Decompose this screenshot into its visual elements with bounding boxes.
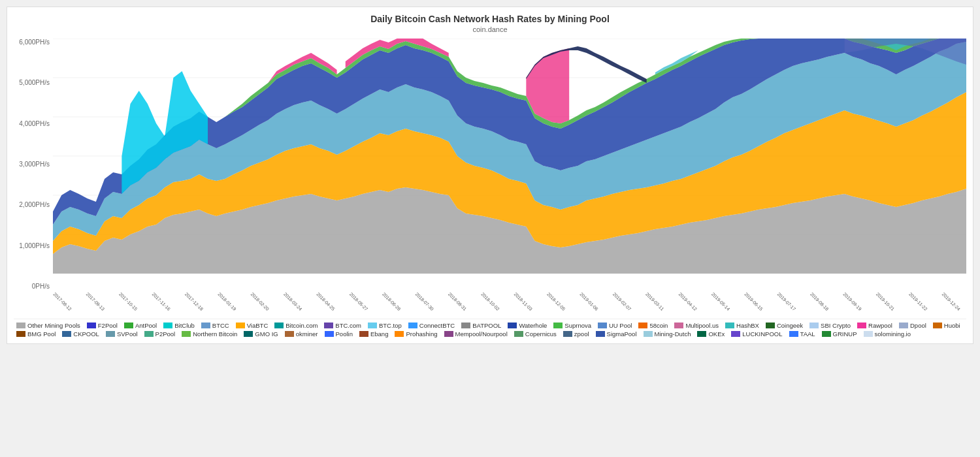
legend-label: Coingeek xyxy=(777,322,803,329)
x-axis-label: 2018-08-31 xyxy=(448,292,468,311)
y-axis-label: 6,000PH/s xyxy=(14,39,50,46)
legend-swatch xyxy=(596,331,605,337)
x-axis-label: 2019-02-07 xyxy=(612,292,632,311)
legend-swatch xyxy=(236,323,245,328)
legend-label: BMG Pool xyxy=(27,330,56,338)
legend-swatch xyxy=(809,323,819,328)
legend-item: SigmaPool xyxy=(596,330,637,338)
x-axis-label: 2017-11-16 xyxy=(151,292,171,311)
legend-swatch xyxy=(163,323,172,328)
x-axis-label: 2019-12-24 xyxy=(941,292,962,311)
legend-swatch xyxy=(563,331,572,337)
legend-swatch xyxy=(638,323,647,328)
main-chart-svg xyxy=(53,39,966,287)
legend-item: Multipool.us xyxy=(674,322,719,329)
legend-swatch xyxy=(444,331,453,337)
legend-item: GRINUP xyxy=(822,330,857,338)
x-axis-label: 2019-07-17 xyxy=(777,292,797,311)
chart-svg-wrapper xyxy=(53,39,966,287)
legend-label: 58coin xyxy=(649,322,668,329)
legend-item: Copernicus xyxy=(514,330,557,338)
legend-swatch xyxy=(725,323,734,328)
legend-swatch xyxy=(324,323,333,328)
legend-item: Prohashing xyxy=(395,330,437,338)
legend-item: SVPool xyxy=(106,330,138,338)
y-axis-label: 3,000PH/s xyxy=(14,161,50,168)
legend-swatch xyxy=(285,331,294,337)
legend-swatch xyxy=(822,331,831,337)
x-axis-svg: 2017-08-122017-09-132017-10-152017-11-16… xyxy=(53,287,966,316)
legend-item: 58coin xyxy=(638,322,668,329)
x-axis-label: 2017-10-15 xyxy=(118,292,139,311)
legend-item: ViaBTC xyxy=(236,322,269,329)
legend-label: BTCC xyxy=(212,322,229,329)
legend-label: F2Pool xyxy=(98,322,118,329)
legend-swatch xyxy=(244,331,253,337)
legend-swatch xyxy=(508,323,517,328)
legend-item: zpool xyxy=(563,330,589,338)
legend-swatch xyxy=(368,323,377,328)
x-axis-label: 2018-10-02 xyxy=(480,292,500,311)
legend-swatch xyxy=(644,331,653,337)
x-axis-label: 2019-09-19 xyxy=(842,292,862,311)
x-axis-label: 2019-10-21 xyxy=(875,292,896,311)
legend-label: Mempool/Nourpool xyxy=(455,330,508,338)
legend-item: AntPool xyxy=(124,322,157,329)
legend-label: ViaBTC xyxy=(247,322,269,329)
legend-label: Other Mining Pools xyxy=(27,322,80,329)
legend-item: Mempool/Nourpool xyxy=(444,330,508,338)
legend-label: GMO IG xyxy=(255,330,278,338)
legend-swatch xyxy=(16,323,25,328)
chart-title: Daily Bitcoin Cash Network Hash Rates by… xyxy=(14,14,966,24)
legend-label: Multipool.us xyxy=(685,322,719,329)
x-axis-label: 2019-11-22 xyxy=(908,292,928,311)
legend-item: UU Pool xyxy=(598,322,632,329)
chart-subtitle: coin.dance xyxy=(14,25,966,33)
x-axis-label: 2017-09-13 xyxy=(86,292,106,311)
legend-label: SigmaPool xyxy=(607,330,637,338)
x-axis-label: 2018-12-05 xyxy=(546,292,566,311)
legend-label: BTC.com xyxy=(335,322,361,329)
chart-area: 6,000PH/s5,000PH/s4,000PH/s3,000PH/s2,00… xyxy=(14,39,966,316)
x-axis-label: 2017-12-18 xyxy=(184,292,204,311)
legend-item: F2Pool xyxy=(87,322,118,329)
x-axis-label: 2017-08-12 xyxy=(53,292,73,311)
legend-item: Rawpool xyxy=(857,322,892,329)
x-axis-label: 2018-07-30 xyxy=(414,292,434,311)
legend-item: TAAL xyxy=(789,330,815,338)
legend-label: Rawpool xyxy=(868,322,892,329)
legend-swatch xyxy=(395,331,404,337)
legend-label: zpool xyxy=(574,330,589,338)
y-axis-label: 4,000PH/s xyxy=(14,120,50,127)
legend-item: BMG Pool xyxy=(16,330,56,338)
legend-label: GRINUP xyxy=(833,330,857,338)
legend-item: HashBX xyxy=(725,322,759,329)
legend-swatch xyxy=(144,331,154,337)
legend-swatch xyxy=(598,323,607,328)
legend-swatch xyxy=(697,331,706,337)
legend-swatch xyxy=(201,323,210,328)
x-axis-label: 2019-03-11 xyxy=(645,292,665,311)
x-axis-label: 2018-03-24 xyxy=(283,292,303,311)
legend-item: Ebang xyxy=(359,330,388,338)
legend-item: CKPOOL xyxy=(62,330,99,338)
x-axis-label: 2018-04-25 xyxy=(316,292,336,311)
y-axis-label: 0PH/s xyxy=(14,283,50,290)
legend-label: Huobi xyxy=(944,322,960,329)
legend-swatch xyxy=(87,323,96,328)
legend-item: P2Pool xyxy=(144,330,176,338)
x-axis-label: 2018-02-20 xyxy=(250,292,270,311)
x-axis-label: 2018-01-19 xyxy=(217,292,237,311)
legend-swatch xyxy=(899,323,908,328)
legend-swatch xyxy=(274,323,284,328)
legend-label: SVPool xyxy=(117,330,138,338)
legend-label: Mining-Dutch xyxy=(655,330,691,338)
x-axis-label: 2018-06-28 xyxy=(382,292,402,311)
legend-label: Copernicus xyxy=(525,330,557,338)
legend-item: Bitcoin.com xyxy=(274,322,318,329)
y-axis-label: 1,000PH/s xyxy=(14,242,50,249)
x-axis-label: 2019-08-18 xyxy=(809,292,830,311)
legend-label: P2Pool xyxy=(155,330,176,338)
legend-item: Mining-Dutch xyxy=(644,330,691,338)
x-axis-label: 2018-11-03 xyxy=(514,292,534,311)
